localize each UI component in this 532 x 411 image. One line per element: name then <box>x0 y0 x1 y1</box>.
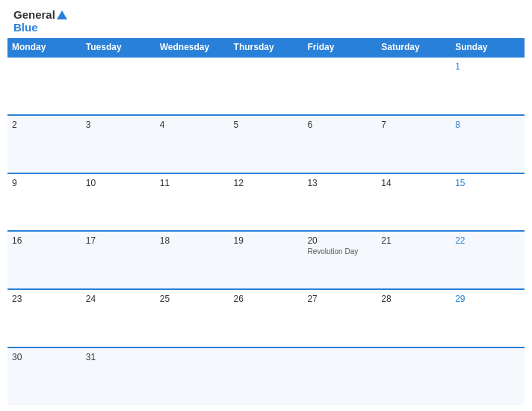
calendar-cell: 17 <box>81 232 155 288</box>
logo-blue-text: Blue <box>13 22 38 34</box>
day-number: 23 <box>12 294 22 304</box>
day-number: 13 <box>307 178 317 188</box>
calendar-cell: 10 <box>81 174 155 231</box>
calendar-cell <box>155 348 229 405</box>
calendar-cell: 1 <box>451 58 525 114</box>
calendar-cell: 28 <box>377 290 451 347</box>
calendar-cell: 2 <box>7 116 81 173</box>
calendar-cell: 31 <box>81 348 155 405</box>
calendar-cell <box>303 348 377 405</box>
day-number: 4 <box>160 120 165 130</box>
day-number: 17 <box>86 235 96 246</box>
calendar-cell: 24 <box>81 290 155 347</box>
page-header: General Blue <box>0 0 532 38</box>
calendar-cell: 13 <box>303 174 377 231</box>
calendar-week-1: 1 <box>7 56 525 114</box>
calendar-header: MondayTuesdayWednesdayThursdayFridaySatu… <box>7 38 525 56</box>
day-number: 21 <box>381 235 391 246</box>
header-day-sunday: Sunday <box>451 38 525 56</box>
day-number: 27 <box>307 294 317 304</box>
day-number: 18 <box>160 235 170 246</box>
header-day-wednesday: Wednesday <box>155 38 229 56</box>
calendar-cell: 26 <box>229 290 303 347</box>
calendar: MondayTuesdayWednesdayThursdayFridaySatu… <box>0 38 532 411</box>
calendar-cell: 3 <box>81 116 155 173</box>
day-number: 29 <box>455 294 465 304</box>
calendar-week-5: 23242526272829 <box>7 288 525 347</box>
calendar-cell: 16 <box>7 232 81 288</box>
calendar-cell: 14 <box>377 174 451 231</box>
calendar-cell: 19 <box>229 232 303 288</box>
day-number: 2 <box>12 120 17 130</box>
calendar-week-6: 3031 <box>7 347 525 405</box>
day-number: 10 <box>86 178 96 188</box>
header-day-monday: Monday <box>7 38 81 56</box>
calendar-cell: 23 <box>7 290 81 347</box>
day-number: 7 <box>381 120 386 130</box>
day-number: 31 <box>86 352 96 362</box>
day-number: 6 <box>307 120 312 130</box>
logo-general-text: General <box>13 9 55 22</box>
day-number: 8 <box>455 120 460 130</box>
day-number: 5 <box>234 120 239 130</box>
header-day-tuesday: Tuesday <box>81 38 155 56</box>
calendar-week-3: 9101112131415 <box>7 173 525 231</box>
header-day-thursday: Thursday <box>229 38 303 56</box>
calendar-cell <box>377 58 451 114</box>
calendar-cell <box>451 348 525 405</box>
calendar-cell: 27 <box>303 290 377 347</box>
calendar-cell: 12 <box>229 174 303 231</box>
day-number: 16 <box>12 235 22 246</box>
calendar-cell <box>81 58 155 114</box>
day-number: 25 <box>160 294 170 304</box>
logo: General Blue <box>13 9 67 34</box>
day-event: Revolution Day <box>307 247 358 256</box>
day-number: 14 <box>381 178 391 188</box>
calendar-cell: 25 <box>155 290 229 347</box>
calendar-cell: 6 <box>303 116 377 173</box>
header-day-saturday: Saturday <box>377 38 451 56</box>
calendar-cell: 8 <box>451 116 525 173</box>
day-number: 19 <box>234 235 244 246</box>
calendar-cell <box>229 348 303 405</box>
calendar-cell <box>229 58 303 114</box>
calendar-cell: 4 <box>155 116 229 173</box>
header-day-friday: Friday <box>303 38 377 56</box>
calendar-week-2: 2345678 <box>7 114 525 173</box>
day-number: 11 <box>160 178 170 188</box>
day-number: 22 <box>455 235 465 246</box>
calendar-cell <box>155 58 229 114</box>
calendar-cell: 11 <box>155 174 229 231</box>
day-number: 20 <box>307 235 317 246</box>
calendar-cell <box>303 58 377 114</box>
calendar-cell: 21 <box>377 232 451 288</box>
day-number: 30 <box>12 352 22 362</box>
calendar-cell <box>7 58 81 114</box>
day-number: 24 <box>86 294 96 304</box>
day-number: 3 <box>86 120 91 130</box>
day-number: 12 <box>234 178 244 188</box>
day-number: 9 <box>12 178 17 188</box>
calendar-cell <box>377 348 451 405</box>
calendar-body: 1234567891011121314151617181920Revolutio… <box>7 56 525 405</box>
calendar-week-4: 1617181920Revolution Day2122 <box>7 230 525 288</box>
calendar-cell: 22 <box>451 232 525 288</box>
calendar-cell: 9 <box>7 174 81 231</box>
calendar-cell: 29 <box>451 290 525 347</box>
logo-triangle-icon <box>57 10 67 19</box>
day-number: 26 <box>234 294 244 304</box>
day-number: 1 <box>455 61 460 72</box>
day-number: 28 <box>381 294 391 304</box>
calendar-cell: 5 <box>229 116 303 173</box>
calendar-cell: 20Revolution Day <box>303 232 377 288</box>
calendar-cell: 18 <box>155 232 229 288</box>
day-number: 15 <box>455 178 465 188</box>
calendar-cell: 7 <box>377 116 451 173</box>
calendar-cell: 30 <box>7 348 81 405</box>
calendar-cell: 15 <box>451 174 525 231</box>
